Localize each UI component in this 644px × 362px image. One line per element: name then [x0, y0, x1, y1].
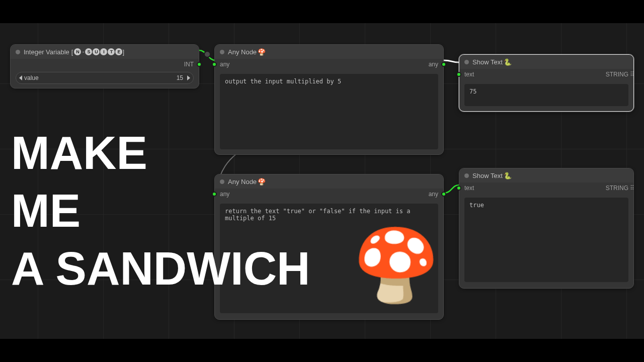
- output-port-label: any: [429, 191, 438, 198]
- suite-prefix: [: [71, 48, 73, 56]
- output-port-socket-icon[interactable]: [441, 62, 446, 67]
- overlay-line-3: A SANDWICH: [11, 247, 310, 291]
- node-header[interactable]: Any Node 🍄: [215, 45, 443, 59]
- mushroom-icon: 🍄: [258, 178, 266, 186]
- input-port-label: any: [220, 61, 229, 68]
- output-port-label: STRING: [606, 71, 628, 78]
- field-value: 15: [39, 74, 185, 81]
- node-collapse-dot-icon[interactable]: [220, 50, 224, 54]
- node-show-text-2[interactable]: Show Text 🐍 text STRING ⠿ true: [459, 168, 634, 289]
- input-port-socket-icon[interactable]: [212, 192, 217, 197]
- svg-point-0: [204, 51, 210, 57]
- node-title: Any Node: [228, 178, 257, 186]
- grip-icon[interactable]: ⠿: [630, 185, 634, 192]
- node-collapse-dot-icon[interactable]: [464, 173, 469, 178]
- input-port-socket-icon[interactable]: [456, 72, 461, 77]
- port-row: any any: [215, 189, 443, 200]
- node-header[interactable]: Any Node 🍄: [215, 174, 443, 189]
- port-row: any any: [215, 59, 443, 70]
- port-row: text STRING ⠿: [459, 183, 633, 194]
- input-port-socket-icon[interactable]: [212, 62, 217, 67]
- node-header[interactable]: Integer Variable [ N - S U I T E ]: [11, 45, 199, 59]
- mushroom-icon: 🍄: [258, 48, 266, 56]
- output-port-int[interactable]: INT: [11, 59, 199, 70]
- prompt-textbox[interactable]: output the input multiplied by 5: [220, 74, 438, 149]
- suite-suffix: ]: [122, 48, 124, 56]
- snake-icon: 🐍: [504, 172, 512, 179]
- input-port-label: text: [464, 185, 474, 192]
- node-integer-variable[interactable]: Integer Variable [ N - S U I T E ] INT v…: [10, 44, 199, 88]
- output-textbox[interactable]: true: [464, 198, 628, 282]
- node-title: Integer Variable: [24, 48, 69, 56]
- grip-icon[interactable]: ⠿: [630, 71, 634, 78]
- node-any-1[interactable]: Any Node 🍄 any any output the input mult…: [214, 44, 444, 155]
- value-stepper[interactable]: value 15: [16, 72, 194, 84]
- overlay-line-2: ME: [11, 189, 80, 233]
- node-title: Show Text: [472, 172, 503, 179]
- node-collapse-dot-icon[interactable]: [16, 50, 20, 54]
- input-port-label: any: [220, 191, 229, 198]
- increment-icon[interactable]: [187, 75, 190, 80]
- nsuite-badge: N - S U I T E: [74, 48, 122, 55]
- node-collapse-dot-icon[interactable]: [220, 179, 224, 184]
- node-collapse-dot-icon[interactable]: [464, 60, 469, 64]
- output-port-label: STRING: [606, 185, 628, 192]
- input-port-label: text: [464, 71, 474, 78]
- overlay-line-1: MAKE: [11, 131, 147, 175]
- overlay-mushroom-icon: 🍄: [352, 232, 440, 299]
- port-socket-icon[interactable]: [197, 62, 202, 67]
- field-label: value: [24, 74, 39, 81]
- decrement-icon[interactable]: [19, 75, 22, 80]
- node-canvas[interactable]: Integer Variable [ N - S U I T E ] INT v…: [0, 23, 644, 339]
- node-title: Show Text: [472, 58, 503, 66]
- output-port-socket-icon[interactable]: [441, 192, 446, 197]
- node-header[interactable]: Show Text 🐍: [459, 55, 633, 69]
- node-header[interactable]: Show Text 🐍: [459, 168, 633, 183]
- port-label: INT: [184, 61, 194, 68]
- input-port-socket-icon[interactable]: [456, 186, 461, 191]
- port-row: text STRING ⠿: [459, 69, 633, 80]
- snake-icon: 🐍: [504, 58, 512, 66]
- node-title: Any Node: [228, 48, 257, 56]
- output-textbox[interactable]: 75: [464, 84, 628, 106]
- output-port-label: any: [429, 61, 438, 68]
- node-show-text-1[interactable]: Show Text 🐍 text STRING ⠿ 75: [459, 54, 634, 112]
